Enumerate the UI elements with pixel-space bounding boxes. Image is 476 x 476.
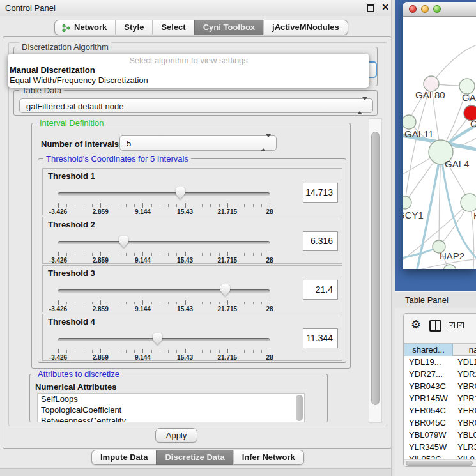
tab-impute-data[interactable]: Impute Data (91, 450, 156, 465)
network-node[interactable] (403, 115, 416, 129)
close-icon[interactable]: ✕ (381, 3, 389, 12)
table-horizontal-scrollbar[interactable] (404, 459, 476, 467)
cell-name[interactable]: YDL1 (457, 357, 476, 367)
node-label: GAL11 (404, 128, 434, 139)
table-row[interactable]: YLR345WYLR3 (404, 441, 476, 453)
gear-icon[interactable]: ⚙ (411, 318, 421, 331)
dropdown-prompt[interactable]: Select algorithm to view settings (8, 54, 369, 65)
settings-vertical-scrollbar[interactable] (369, 118, 382, 423)
tick-mark (194, 302, 194, 304)
network-node[interactable] (403, 196, 411, 209)
tick-mark (109, 204, 109, 207)
tick-mark (253, 204, 254, 207)
scrollbar-thumb[interactable] (406, 461, 473, 466)
table-row[interactable]: YDL19...YDL1 (404, 356, 476, 368)
tick-mark (202, 302, 203, 304)
cell-shared-name[interactable]: YLR345W (409, 442, 447, 452)
cell-shared-name[interactable]: YER054C (409, 406, 446, 415)
checkbox-icon[interactable]: ✓ (457, 322, 464, 328)
checkbox-icon[interactable]: ✓ (449, 322, 455, 328)
attributes-list-scrollbar[interactable] (296, 395, 303, 421)
cell-name[interactable]: YPR1 (457, 394, 476, 403)
tab-style[interactable]: Style (115, 20, 152, 35)
network-view-window[interactable]: GAL80GACGAL11GAL4GCY1HHAP2 (403, 2, 476, 269)
tick-label: 21.715 (218, 354, 238, 361)
tick-mark (100, 203, 101, 208)
cell-shared-name[interactable]: YIL052C (409, 454, 441, 459)
slider-track[interactable] (58, 192, 270, 196)
threshold-slider[interactable]: -3.4262.8599.14415.4321.71528 (58, 235, 270, 263)
table-row[interactable]: YBR043CYBR0 (404, 380, 476, 392)
threshold-value-field[interactable]: 6.316 (303, 231, 338, 251)
cell-name[interactable]: YER0 (457, 406, 476, 415)
cell-shared-name[interactable]: YBR045C (409, 418, 446, 427)
apply-button[interactable]: Apply (155, 428, 197, 443)
threshold-value-field[interactable]: 14.713 (303, 183, 338, 203)
column-header-name[interactable]: na (454, 344, 476, 356)
attribute-item[interactable]: TopologicalCoefficient (38, 404, 304, 415)
attribute-item[interactable]: BetweennessCentrality (38, 415, 304, 422)
tick-mark (176, 350, 177, 353)
tick-mark (236, 302, 236, 304)
cell-shared-name[interactable]: YBR043C (409, 381, 446, 391)
cell-name[interactable]: YIL0 (457, 454, 475, 459)
cell-name[interactable]: YBL0 (457, 430, 476, 440)
cell-name[interactable]: YDR2 (457, 369, 476, 379)
network-node[interactable] (461, 194, 476, 211)
cell-shared-name[interactable]: YPR145W (409, 394, 448, 403)
zoom-traffic-light-icon[interactable] (433, 5, 441, 13)
tab-discretize-data[interactable]: Discretize Data (156, 450, 233, 465)
tab-cyni-toolbox[interactable]: Cyni Toolbox (194, 20, 263, 35)
cell-shared-name[interactable]: YDR27... (409, 369, 443, 379)
number-of-intervals-combobox[interactable]: 5 (119, 135, 277, 151)
attribute-items: SelfLoopsTopologicalCoefficientBetweenne… (38, 394, 304, 422)
split-view-icon[interactable] (429, 320, 441, 332)
tab-network[interactable]: Network (54, 20, 115, 35)
table-row[interactable]: YPR145WYPR1 (404, 392, 476, 404)
tick-mark (151, 253, 152, 256)
attribute-item[interactable]: SelfLoops (38, 394, 304, 404)
table-row[interactable]: YBR045CYBR0 (404, 417, 476, 429)
tab-infer-network[interactable]: Infer Network (233, 450, 304, 465)
scrollbar-thumb[interactable] (371, 132, 380, 405)
threshold-value-field[interactable]: 11.344 (303, 328, 338, 348)
tick-mark (126, 204, 127, 207)
numerical-attributes-list[interactable]: SelfLoopsTopologicalCoefficientBetweenne… (37, 393, 305, 422)
threshold-slider[interactable]: -3.4262.8599.14415.4321.71528 (58, 332, 270, 360)
minimize-traffic-light-icon[interactable] (421, 5, 429, 13)
tick-mark (160, 302, 160, 304)
table-row[interactable]: YER054CYER0 (404, 404, 476, 417)
tab-jactivemnodules[interactable]: jActiveMNodules (263, 20, 348, 35)
table-row[interactable]: YIL052CYIL0 (404, 453, 476, 459)
cell-name[interactable]: YLR3 (457, 442, 476, 452)
cell-shared-name[interactable]: YDL19... (409, 357, 441, 367)
network-window-titlebar[interactable] (403, 2, 476, 17)
tick-mark (142, 203, 143, 208)
threshold-slider[interactable]: -3.4262.8599.14415.4321.71528 (58, 187, 270, 215)
table-panel-title: Table Panel (405, 295, 449, 305)
float-window-icon[interactable] (367, 4, 374, 12)
threshold-value-field[interactable]: 21.4 (303, 280, 338, 300)
cell-name[interactable]: YBR0 (457, 418, 476, 427)
close-traffic-light-icon[interactable] (409, 5, 417, 13)
table-data-combobox[interactable]: galFiltered.sif default node (19, 98, 373, 113)
table-rows[interactable]: YDL19...YDL1YDR27...YDR2YBR043CYBR0YPR14… (404, 356, 476, 459)
table-row[interactable]: YDR27...YDR2 (404, 368, 476, 380)
tab-select[interactable]: Select (152, 20, 194, 35)
network-nodes[interactable]: GAL80GACGAL11GAL4GCY1HHAP2 (403, 76, 476, 269)
threshold-label: Threshold 4 (48, 317, 95, 326)
network-node[interactable] (443, 265, 456, 269)
slider-track[interactable] (58, 241, 270, 244)
table-row[interactable]: YBL079WYBL0 (404, 429, 476, 441)
network-canvas[interactable]: GAL80GACGAL11GAL4GCY1HHAP2 (403, 17, 476, 269)
tick-mark (66, 350, 67, 353)
slider-track[interactable] (58, 338, 270, 341)
node-label: C (470, 118, 476, 129)
dropdown-item[interactable]: Equal Width/Frequency Discretization (8, 75, 369, 86)
dropdown-item[interactable]: Manual Discretization (8, 65, 369, 75)
slider-track[interactable] (58, 289, 270, 293)
threshold-slider[interactable]: -3.4262.8599.14415.4321.71528 (58, 284, 270, 312)
cell-name[interactable]: YBR0 (457, 381, 476, 391)
column-header-shared-name[interactable]: shared... (404, 344, 453, 356)
cell-shared-name[interactable]: YBL079W (409, 430, 447, 440)
